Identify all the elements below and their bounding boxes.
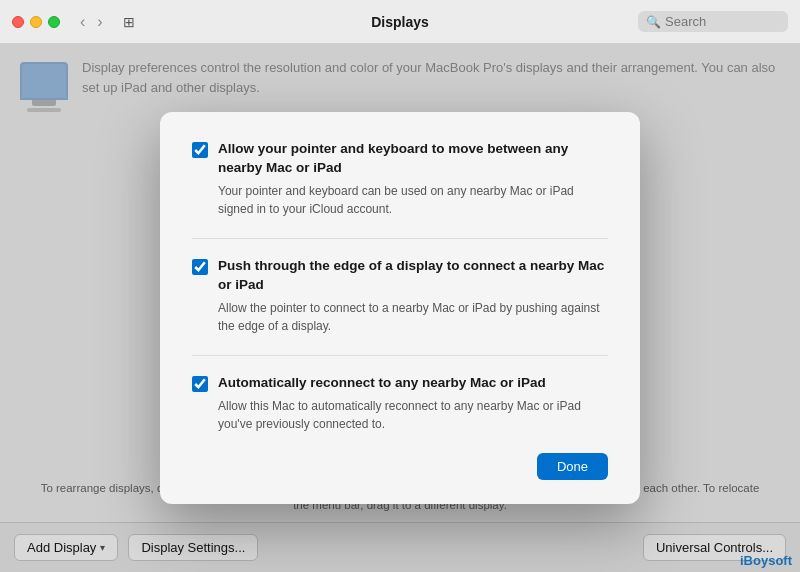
titlebar: ‹ › ⊞ Displays 🔍	[0, 0, 800, 44]
search-input[interactable]	[665, 14, 780, 29]
checkbox-desc-3: Allow this Mac to automatically reconnec…	[218, 397, 608, 433]
checkbox-title-2: Push through the edge of a display to co…	[218, 257, 608, 295]
back-button[interactable]: ‹	[76, 12, 89, 32]
traffic-lights	[12, 16, 60, 28]
checkbox-desc-2: Allow the pointer to connect to a nearby…	[218, 299, 608, 335]
checkbox-wrapper-3[interactable]	[192, 376, 208, 396]
checkbox-desc-1: Your pointer and keyboard can be used on…	[218, 182, 608, 218]
modal-overlay: Allow your pointer and keyboard to move …	[0, 44, 800, 572]
universal-controls-modal: Allow your pointer and keyboard to move …	[160, 112, 640, 503]
checkbox-item-3: Automatically reconnect to any nearby Ma…	[192, 374, 608, 433]
checkbox-3[interactable]	[192, 376, 208, 392]
search-box[interactable]: 🔍	[638, 11, 788, 32]
close-button[interactable]	[12, 16, 24, 28]
window-title: Displays	[371, 14, 429, 30]
checkbox-content-1: Allow your pointer and keyboard to move …	[218, 140, 608, 218]
main-content: Display preferences control the resoluti…	[0, 44, 800, 572]
minimize-button[interactable]	[30, 16, 42, 28]
checkbox-2[interactable]	[192, 259, 208, 275]
checkbox-wrapper-1[interactable]	[192, 142, 208, 162]
maximize-button[interactable]	[48, 16, 60, 28]
checkbox-1[interactable]	[192, 142, 208, 158]
checkbox-title-1: Allow your pointer and keyboard to move …	[218, 140, 608, 178]
checkbox-content-2: Push through the edge of a display to co…	[218, 257, 608, 335]
checkbox-title-3: Automatically reconnect to any nearby Ma…	[218, 374, 608, 393]
checkbox-item-2: Push through the edge of a display to co…	[192, 257, 608, 335]
modal-footer: Done	[192, 453, 608, 480]
done-button[interactable]: Done	[537, 453, 608, 480]
checkbox-item-1: Allow your pointer and keyboard to move …	[192, 140, 608, 218]
app-grid-icon[interactable]: ⊞	[123, 14, 135, 30]
divider-1	[192, 238, 608, 239]
search-icon: 🔍	[646, 15, 661, 29]
checkbox-content-3: Automatically reconnect to any nearby Ma…	[218, 374, 608, 433]
divider-2	[192, 355, 608, 356]
checkbox-wrapper-2[interactable]	[192, 259, 208, 279]
forward-button[interactable]: ›	[93, 12, 106, 32]
nav-buttons: ‹ ›	[76, 12, 107, 32]
